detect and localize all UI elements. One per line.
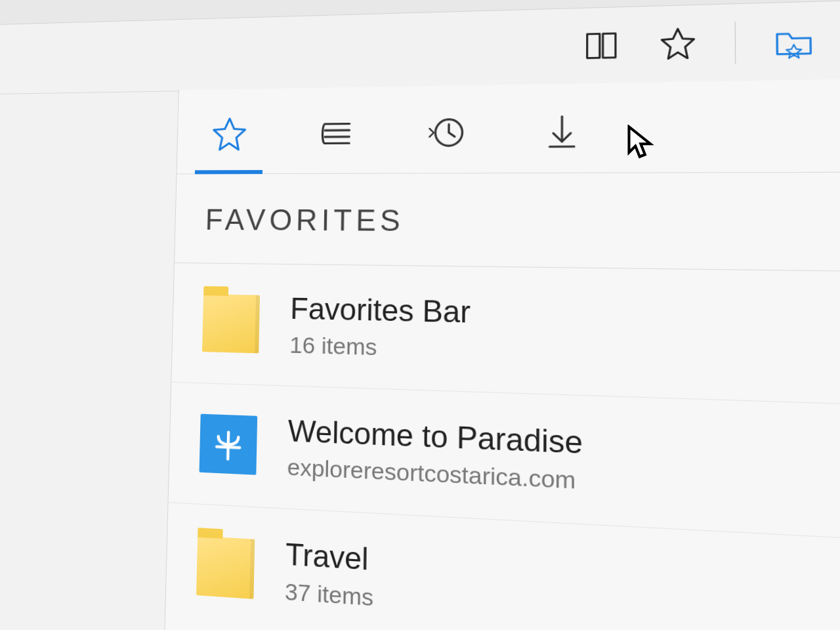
- svg-line-13: [217, 447, 240, 448]
- hub-panel: FAVORITES Favorites Bar 16 items Welcome: [160, 76, 840, 630]
- hub-icon[interactable]: [772, 21, 816, 62]
- item-subtitle: 37 items: [285, 578, 374, 612]
- tab-reading-list[interactable]: [305, 94, 368, 173]
- tab-history[interactable]: [415, 92, 480, 173]
- browser-window: ••• FAVORITES: [0, 0, 840, 630]
- item-title: Travel: [285, 537, 375, 578]
- tab-downloads[interactable]: [529, 90, 596, 173]
- hub-title-text: FAVORITES: [205, 203, 404, 238]
- item-subtitle: 16 items: [289, 331, 471, 363]
- folder-icon: [202, 294, 260, 353]
- item-subtitle: exploreresortcostarica.com: [287, 453, 583, 495]
- hub-tabs: [177, 76, 840, 174]
- toolbar-divider: [735, 22, 736, 64]
- reading-view-icon[interactable]: [581, 26, 621, 66]
- item-title: Welcome to Paradise: [287, 413, 583, 461]
- favorites-list: Favorites Bar 16 items Welcome to Paradi…: [161, 263, 840, 630]
- item-title: Favorites Bar: [290, 291, 471, 329]
- hub-title: FAVORITES: [175, 172, 840, 274]
- add-favorite-icon[interactable]: [657, 24, 699, 64]
- tab-favorites[interactable]: [199, 95, 261, 173]
- folder-icon: [196, 536, 255, 599]
- site-icon: [200, 414, 258, 475]
